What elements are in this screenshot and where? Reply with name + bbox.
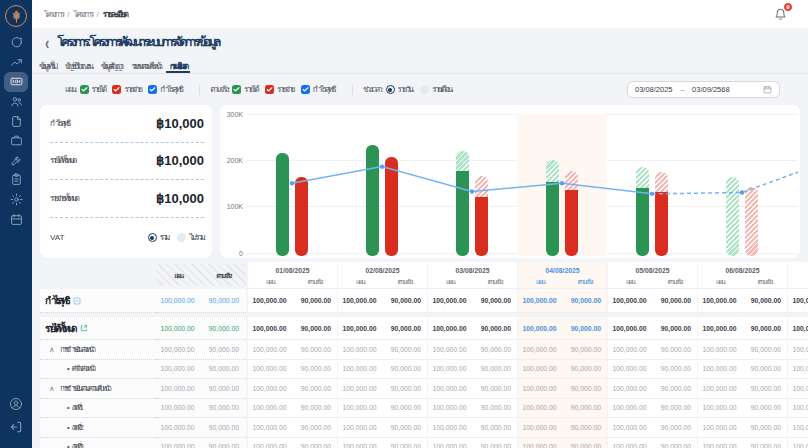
tab-2[interactable]: ข้อมูลสัญญา: [97, 56, 125, 73]
table-cell-actual: 90,000.00: [563, 325, 608, 332]
vat-radio-option[interactable]: ไม่รวม: [177, 231, 204, 244]
trend-up-icon: [10, 56, 23, 69]
line-point[interactable]: [470, 189, 474, 193]
table-cell-actual: 90,000.00: [653, 385, 698, 392]
collapse-caret-icon[interactable]: ∧: [49, 345, 52, 354]
checkbox-checked-icon[interactable]: [301, 85, 310, 94]
row-label[interactable]: ∧การชำระเงินล่วงหน้า: [40, 340, 156, 360]
table-cell-actual: 90,000.00: [743, 297, 788, 304]
minus-square-icon[interactable]: [73, 297, 81, 305]
table-cell-actual: 90,000.00: [743, 385, 788, 392]
table-cell-actual: 90,000.00: [293, 443, 338, 448]
row-label[interactable]: •งวดที่ 3: [40, 438, 156, 448]
tab-4[interactable]: กระแสเงินสด: [166, 56, 190, 73]
breadcrumb-item[interactable]: โครงการ: [73, 8, 92, 21]
summary-row: รายจ่ายทั้งหมด฿10,000: [50, 180, 204, 218]
checkbox-checked-icon[interactable]: [148, 85, 157, 94]
vat-radio-selected[interactable]: รวม: [148, 231, 169, 244]
table-cell-plan: 100,000.00: [428, 385, 473, 392]
table-cell-plan: 100,000.00: [698, 443, 743, 448]
checkbox-checked-icon[interactable]: [80, 85, 89, 94]
checkbox-checked-icon[interactable]: [112, 85, 121, 94]
row-label-text: การชำระเงินล่วงหน้า: [60, 344, 94, 355]
line-point[interactable]: [380, 164, 384, 168]
period-radio-selected[interactable]: รายวัน: [386, 83, 413, 96]
table-cell-plan: 100,000.00: [608, 385, 653, 392]
breadcrumb-item[interactable]: โครงการ: [44, 8, 63, 21]
table-cell-actual: 90,000.00: [473, 297, 518, 304]
chart-plot-area: 300K200K100K0: [247, 114, 798, 253]
sidebar-item-users[interactable]: [4, 92, 28, 112]
line-point[interactable]: [740, 190, 744, 194]
sidebar-item-settings[interactable]: [4, 190, 28, 210]
table-cell-actual: 90,000.00: [293, 404, 338, 411]
table-cell-plan: 100,000.00: [338, 297, 383, 304]
sidebar-item-reports[interactable]: [4, 170, 28, 190]
table-cell-plan: 100,000.00: [608, 365, 653, 372]
table-cell-plan: 100,000.00: [698, 325, 743, 332]
table-cell-actual: 90,000.00: [383, 325, 428, 332]
sidebar-item-projects[interactable]: [4, 131, 28, 151]
period-radio-option[interactable]: รายเดือน: [420, 83, 451, 96]
table-cell-plan: 100,000.00: [338, 346, 383, 353]
back-chevron-icon[interactable]: ‹: [45, 32, 49, 53]
external-link-icon[interactable]: [80, 324, 88, 332]
notification-bell[interactable]: 9: [774, 7, 787, 21]
line-point[interactable]: [650, 192, 654, 196]
subheader-label: แผน: [248, 276, 293, 287]
divider: [199, 85, 200, 95]
date-header-label: 05/08/2025: [608, 262, 697, 275]
sidebar-item-cashflow[interactable]: [4, 72, 28, 92]
sidebar-item-tools[interactable]: [4, 151, 28, 171]
line-point[interactable]: [560, 181, 564, 185]
calendar-icon[interactable]: [763, 85, 772, 94]
summary-value: ฿10,000: [156, 116, 204, 131]
tools-icon: [10, 154, 23, 167]
tab-3[interactable]: รายงานความคืบหน้า: [127, 56, 164, 73]
date-range-input[interactable]: 03/08/2025 → 03/09/2568: [627, 81, 780, 98]
plan-checkbox-item[interactable]: รายได้: [80, 83, 106, 96]
line-point[interactable]: [290, 181, 294, 185]
table-cell-plan: 100,000.00: [518, 346, 563, 353]
sidebar-item-analytics[interactable]: [4, 53, 28, 73]
sidebar-item-logout[interactable]: [4, 415, 28, 438]
collapse-caret-icon[interactable]: ∧: [49, 384, 52, 393]
chat-icon: [10, 36, 23, 49]
table-row: กำไรสุทธิ100,000.0090,000.00100,000.0090…: [40, 289, 808, 313]
table-cell-actual: 90,000.00: [293, 424, 338, 431]
checkbox-checked-icon[interactable]: [265, 85, 274, 94]
checkbox-checked-icon[interactable]: [232, 85, 241, 94]
table-cell-plan: 100,000.00: [518, 404, 563, 411]
summary-value: ฿10,000: [156, 153, 204, 168]
table-cell-plan: 100,000.00: [428, 297, 473, 304]
actual-checkbox-item[interactable]: รายได้: [232, 83, 258, 96]
table-cell-actual: 90,000.00: [653, 297, 698, 304]
clipboard-icon: [10, 173, 23, 186]
plan-checkbox-item[interactable]: กำไรสุทธิ: [148, 83, 182, 96]
table-cell-plan: 100,000.00: [428, 443, 473, 448]
table-cell-plan: 100,000.00: [788, 404, 808, 411]
sidebar-item-calendar[interactable]: [4, 209, 28, 229]
actual-checkbox-item[interactable]: กำไรสุทธิ: [301, 83, 335, 96]
actual-checkbox-item[interactable]: รายจ่าย: [265, 83, 294, 96]
table-cell-actual: 90,000.00: [383, 424, 428, 431]
row-label-text: กำไรสุทธิ: [45, 293, 68, 308]
sidebar-item-documents[interactable]: [4, 111, 28, 131]
sidebar-item-profile[interactable]: [4, 392, 28, 415]
summary-cell-actual: 90,000.00: [201, 346, 246, 353]
row-label[interactable]: •งวดที่ 2: [40, 418, 156, 438]
sidebar-item-chat[interactable]: [4, 33, 28, 53]
row-label[interactable]: รายได้ทั้งหมด: [40, 317, 156, 340]
app-logo[interactable]: [5, 5, 27, 27]
tab-1[interactable]: บัญชีปริมาณงาน: [61, 56, 95, 73]
row-label[interactable]: •งวดที่ 1: [40, 399, 156, 419]
plan-checkbox-item[interactable]: รายจ่าย: [112, 83, 141, 96]
y-axis-tick: 300K: [219, 111, 243, 118]
table-cell-actual: 90,000.00: [473, 404, 518, 411]
row-label[interactable]: กำไรสุทธิ: [40, 289, 156, 313]
row-label[interactable]: ∧การชำระเงินตามความคืบหน้า: [40, 379, 156, 399]
row-label[interactable]: •ค่าจ้างล่วงหน้า: [40, 360, 156, 380]
table-date-header: 05/08/2025แผนตามจริง: [608, 262, 697, 289]
radio-icon: [148, 233, 157, 242]
tab-0[interactable]: ข้อมูลทั่วไป: [35, 56, 59, 73]
